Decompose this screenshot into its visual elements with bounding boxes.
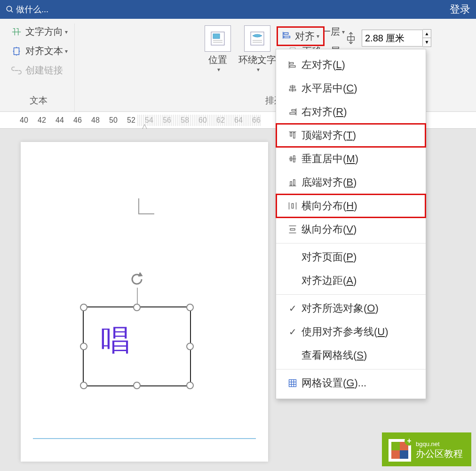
menu-item-check[interactable]: 使用对齐参考线(U): [276, 320, 426, 344]
resize-handle-tl[interactable]: [80, 304, 87, 311]
menu-item-label: 对齐页面(P): [301, 250, 418, 264]
resize-handle-b[interactable]: [133, 382, 141, 389]
link-icon: [9, 65, 24, 76]
height-spinner: ▲ ▼: [423, 29, 431, 47]
svg-rect-17: [284, 36, 290, 38]
selected-textbox[interactable]: 唱: [83, 306, 191, 386]
chevron-down-icon: ▾: [257, 66, 260, 73]
svg-rect-20: [290, 66, 295, 67]
svg-rect-2: [14, 47, 19, 55]
menu-item-item-8[interactable]: 对齐页面(P): [276, 245, 426, 269]
align-bottom-icon: [284, 178, 301, 187]
align-right-icon: [284, 107, 301, 117]
ruler-tick: 48: [87, 116, 104, 125]
height-size-control: 2.88 厘米 ▲ ▼: [346, 29, 431, 47]
tell-me-search[interactable]: 做什么...: [6, 4, 48, 15]
resize-handle-bl[interactable]: [80, 382, 87, 389]
text-direction-icon: [9, 27, 24, 37]
position-button[interactable]: 位置 ▾: [201, 24, 235, 75]
menu-item-distribute-h[interactable]: 横向分布(H): [276, 194, 426, 218]
textbox-content[interactable]: 唱: [84, 307, 190, 360]
ruler-shade: [137, 115, 262, 126]
svg-rect-19: [290, 63, 294, 64]
menu-item-label: 网格设置(G)...: [301, 376, 418, 390]
menu-item-label: 使用对齐参考线(U): [301, 325, 418, 339]
align-top-icon: [284, 131, 301, 140]
create-link-button: 创建链接: [7, 62, 71, 78]
menu-item-align-middle[interactable]: 垂直居中(M): [276, 147, 426, 171]
watermark-logo-icon: [389, 439, 411, 462]
resize-handle-r[interactable]: [186, 343, 194, 350]
watermark-title: 办公区教程: [416, 447, 463, 460]
page-guideline: [33, 438, 256, 439]
wrap-text-button[interactable]: 环绕文字 ▾: [235, 24, 280, 75]
ruler-tick: 40: [15, 116, 33, 125]
chevron-down-icon: ▾: [317, 33, 319, 39]
chevron-down-icon: ▾: [217, 66, 220, 73]
menu-item-item-9[interactable]: 对齐边距(A): [276, 269, 426, 292]
menu-item-align-left[interactable]: 左对齐(L): [276, 53, 426, 77]
align-middle-icon: [284, 154, 301, 164]
svg-rect-34: [290, 181, 292, 185]
distribute-h-icon: [284, 201, 301, 211]
resize-handle-l[interactable]: [80, 343, 87, 350]
ruler-tick: 46: [69, 116, 87, 125]
check-icon: [284, 303, 301, 314]
svg-rect-44: [400, 450, 408, 459]
svg-point-0: [7, 6, 12, 11]
menu-item-grid[interactable]: 网格设置(G)...: [276, 371, 426, 395]
svg-rect-38: [292, 204, 293, 208]
align-icon: [282, 30, 292, 43]
svg-rect-16: [284, 32, 288, 34]
check-icon: [284, 326, 301, 338]
spinner-down[interactable]: ▼: [423, 38, 431, 47]
height-input[interactable]: 2.88 厘米: [362, 30, 423, 47]
chevron-down-icon: ▾: [65, 48, 68, 55]
menu-item-label: 对齐边距(A): [301, 274, 418, 288]
ruler-tick: 44: [51, 116, 69, 125]
svg-rect-43: [391, 442, 400, 450]
menu-item-align-center-h[interactable]: 水平居中(C): [276, 77, 426, 100]
menu-item-label: 查看网格线(S): [301, 348, 418, 362]
svg-rect-4: [213, 34, 220, 39]
resize-handle-br[interactable]: [186, 382, 194, 389]
menu-item-label: 底端对齐(B): [301, 175, 418, 189]
svg-rect-7: [251, 32, 264, 45]
svg-rect-25: [292, 110, 295, 111]
search-placeholder: 做什么...: [16, 4, 48, 15]
svg-rect-28: [290, 133, 292, 136]
wrap-text-icon: [244, 25, 270, 52]
menu-item-align-bottom[interactable]: 底端对齐(B): [276, 171, 426, 194]
menu-item-label: 纵向分布(V): [301, 222, 418, 236]
spinner-up[interactable]: ▲: [423, 30, 431, 38]
menu-item-align-top[interactable]: 顶端对齐(T): [276, 124, 426, 147]
text-direction-button[interactable]: 文字方向▾: [7, 24, 71, 40]
svg-line-1: [11, 10, 13, 12]
svg-rect-35: [294, 180, 295, 185]
menu-separator: [276, 243, 426, 243]
menu-item-distribute-v[interactable]: 纵向分布(V): [276, 218, 426, 241]
align-text-icon: [9, 46, 24, 56]
margin-corner-icon: [138, 198, 154, 214]
menu-item-label: 对齐所选对象(O): [301, 301, 418, 315]
align-text-button[interactable]: 对齐文本▾: [7, 43, 71, 59]
menu-item-label: 左对齐(L): [301, 58, 418, 72]
menu-item-label: 水平居中(C): [301, 81, 418, 95]
resize-handle-tr[interactable]: [186, 304, 194, 311]
resize-handle-t[interactable]: [133, 304, 141, 311]
align-menu-trigger[interactable]: 对齐▾: [277, 26, 325, 46]
position-icon: [205, 25, 231, 52]
chevron-down-icon: ▾: [342, 29, 345, 35]
menu-item-check[interactable]: 对齐所选对象(O): [276, 297, 426, 320]
login-link[interactable]: 登录: [450, 2, 470, 16]
menu-item-align-right[interactable]: 右对齐(R): [276, 100, 426, 124]
rotate-handle[interactable]: [128, 271, 145, 288]
menu-item-item-12[interactable]: 查看网格线(S): [276, 344, 426, 367]
menu-item-label: 垂直居中(M): [301, 152, 418, 166]
menu-item-label: 横向分布(H): [301, 199, 418, 213]
ruler-tick: 50: [104, 116, 122, 125]
svg-rect-29: [294, 133, 295, 138]
rotate-connector: [137, 288, 138, 304]
page[interactable]: 唱: [21, 142, 268, 462]
ribbon-group-text: 文字方向▾ 对齐文本▾ 创建链接 文本: [3, 24, 75, 111]
